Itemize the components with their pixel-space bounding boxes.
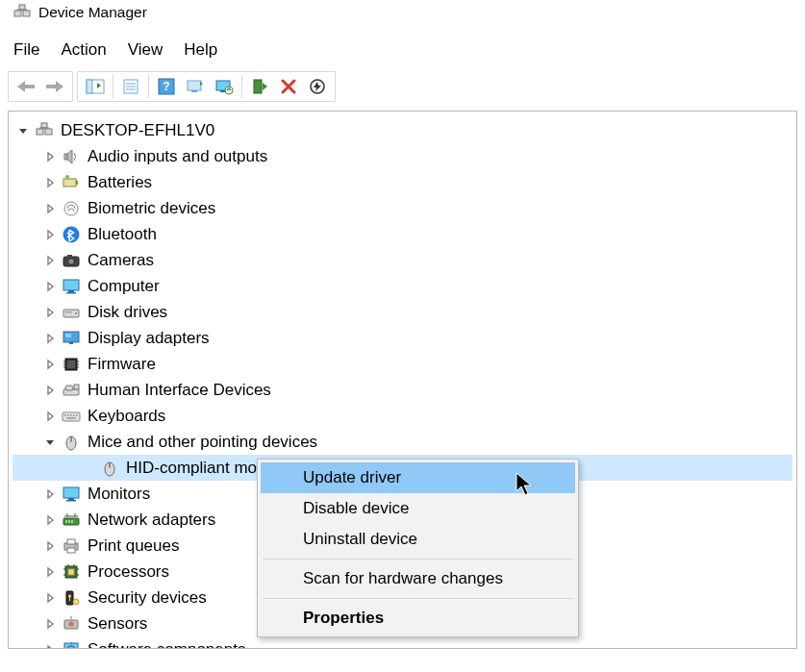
computer-icon <box>34 120 55 141</box>
tree-category[interactable]: Bluetooth <box>13 221 792 247</box>
battery-icon <box>61 172 82 193</box>
help-button[interactable]: ? <box>152 73 181 100</box>
tree-caret-collapsed[interactable] <box>41 278 59 295</box>
tree-category[interactable]: Software components <box>13 636 792 649</box>
tree-caret-collapsed[interactable] <box>41 485 59 503</box>
display-icon <box>61 328 82 349</box>
window-title: Device Manager <box>38 4 147 21</box>
tree-caret-collapsed[interactable] <box>41 615 59 633</box>
menu-view[interactable]: View <box>128 40 164 60</box>
tree-caret-collapsed[interactable] <box>41 330 59 347</box>
tree-category[interactable]: Audio inputs and outputs <box>13 143 792 169</box>
tree-caret-collapsed[interactable] <box>41 563 59 581</box>
show-hide-console-button[interactable] <box>81 73 110 100</box>
nav-back-button[interactable] <box>12 73 40 100</box>
tree-category[interactable]: Computer <box>13 273 792 299</box>
tree-category-label: Biometric devices <box>88 200 215 216</box>
svg-rect-64 <box>70 414 72 416</box>
tree-caret-collapsed[interactable] <box>41 200 59 217</box>
tree-category[interactable]: Keyboards <box>13 403 792 429</box>
menu-help[interactable]: Help <box>184 40 217 60</box>
tree-category-label: Disk drives <box>88 304 167 320</box>
svg-rect-51 <box>67 361 75 368</box>
keyboard-icon <box>61 406 82 427</box>
context-uninstall-device[interactable]: Uninstall device <box>261 524 575 555</box>
svg-rect-66 <box>76 414 78 416</box>
svg-point-45 <box>75 311 77 313</box>
svg-marker-32 <box>67 150 72 163</box>
svg-point-98 <box>69 621 74 626</box>
enable-device-button[interactable] <box>245 73 274 100</box>
tree-category-label: Security devices <box>88 589 207 606</box>
tree-category-label: Batteries <box>88 174 152 190</box>
tree-caret-collapsed[interactable] <box>41 252 59 269</box>
nav-forward-button[interactable] <box>40 73 69 100</box>
tree-caret-collapsed[interactable] <box>41 641 59 650</box>
network-icon <box>61 510 82 531</box>
tree-category[interactable]: Biometric devices <box>13 195 792 221</box>
menu-file[interactable]: File <box>13 40 39 60</box>
tree-caret-collapsed[interactable] <box>41 356 59 373</box>
svg-rect-22 <box>254 80 262 93</box>
svg-rect-83 <box>67 548 75 553</box>
tree-caret-collapsed[interactable] <box>41 589 59 607</box>
context-disable-device[interactable]: Disable device <box>261 493 575 524</box>
update-driver-button[interactable] <box>210 73 239 100</box>
tree-category[interactable]: Human Interface Devices <box>13 377 792 403</box>
scan-hardware-button[interactable] <box>181 73 210 100</box>
tree-root[interactable]: DESKTOP-EFHL1V0 <box>13 117 792 143</box>
tree-category[interactable]: Mice and other pointing devices <box>13 429 792 455</box>
properties-button[interactable] <box>116 73 145 100</box>
svg-rect-74 <box>63 487 79 498</box>
tree-caret-collapsed[interactable] <box>41 511 59 529</box>
tree-caret-collapsed[interactable] <box>41 408 59 425</box>
tree-caret-collapsed[interactable] <box>41 537 59 555</box>
svg-rect-43 <box>66 292 76 294</box>
svg-rect-78 <box>65 520 67 523</box>
disable-device-button[interactable] <box>303 73 332 100</box>
svg-rect-46 <box>65 311 72 312</box>
svg-rect-1 <box>23 11 30 16</box>
bluetooth-icon <box>61 224 82 245</box>
svg-marker-23 <box>263 83 267 90</box>
tree-caret-collapsed[interactable] <box>41 304 59 321</box>
svg-point-35 <box>65 175 69 179</box>
tree-category[interactable]: Cameras <box>13 247 792 273</box>
context-scan-hardware[interactable]: Scan for hardware changes <box>261 563 575 594</box>
tree-category[interactable]: Display adapters <box>13 325 792 351</box>
svg-marker-25 <box>314 82 321 91</box>
tree-caret-collapsed[interactable] <box>41 174 59 191</box>
printer-icon <box>61 535 82 557</box>
tree-caret-collapsed[interactable] <box>41 382 59 399</box>
tree-caret-expanded[interactable] <box>14 122 32 139</box>
context-properties[interactable]: Properties <box>261 603 575 634</box>
svg-rect-80 <box>71 520 73 523</box>
context-update-driver[interactable]: Update driver <box>261 462 575 493</box>
tree-caret-expanded[interactable] <box>41 434 59 451</box>
uninstall-device-button[interactable] <box>274 73 303 100</box>
svg-rect-28 <box>41 123 47 128</box>
svg-rect-26 <box>37 129 43 135</box>
mouse-icon <box>99 458 120 479</box>
tree-category[interactable]: Batteries <box>13 169 792 195</box>
context-separator <box>263 598 573 599</box>
svg-rect-41 <box>63 280 79 290</box>
software-icon <box>61 639 82 650</box>
tree-category-label: Audio inputs and outputs <box>88 148 267 164</box>
menu-action[interactable]: Action <box>61 40 106 60</box>
tree-category-label: Sensors <box>88 615 147 632</box>
tree-category-label: Computer <box>88 278 160 294</box>
svg-rect-76 <box>66 500 76 502</box>
svg-rect-59 <box>65 386 73 390</box>
tree-caret-collapsed[interactable] <box>41 226 59 243</box>
svg-text:?: ? <box>163 80 169 93</box>
tree-category[interactable]: Disk drives <box>13 299 792 325</box>
tree-category[interactable]: Firmware <box>13 351 792 377</box>
svg-rect-16 <box>188 81 201 90</box>
svg-rect-65 <box>73 414 75 416</box>
svg-point-84 <box>75 544 77 546</box>
monitor-icon <box>61 276 82 297</box>
svg-rect-70 <box>70 437 72 441</box>
tree-caret-collapsed[interactable] <box>41 148 59 165</box>
camera-icon <box>61 250 82 271</box>
